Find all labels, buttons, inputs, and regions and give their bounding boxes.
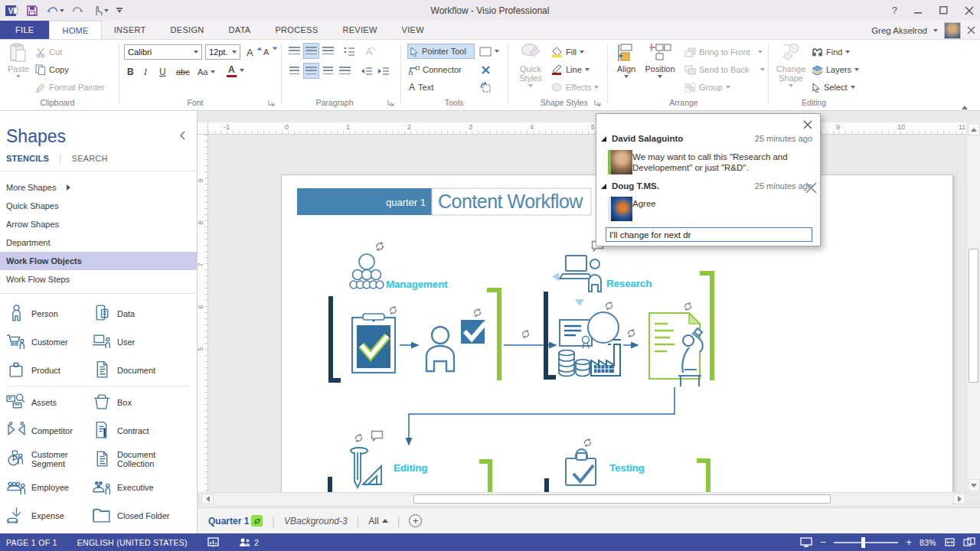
tab-search[interactable]: SEARCH xyxy=(72,154,108,163)
tab-data[interactable]: DATA xyxy=(217,21,263,39)
collapse-ribbon-button[interactable] xyxy=(962,96,968,106)
rotate-tool-icon[interactable] xyxy=(478,80,493,95)
align-right-button[interactable] xyxy=(320,63,336,79)
diagram-title[interactable]: Content Workflow xyxy=(438,191,583,212)
delete-comment-icon[interactable] xyxy=(805,181,818,196)
stencil-expense[interactable]: Expense xyxy=(3,501,89,530)
management-shape[interactable] xyxy=(350,254,384,289)
editing-tools-shape[interactable] xyxy=(351,448,381,487)
scroll-up-button[interactable] xyxy=(968,123,980,135)
zoom-level[interactable]: 83% xyxy=(920,538,936,547)
decrease-indent-button[interactable] xyxy=(358,63,374,79)
italic-button[interactable]: I xyxy=(142,64,149,80)
zoom-slider-thumb[interactable] xyxy=(861,537,865,548)
banner-quarter-label[interactable]: quarter 1 xyxy=(386,197,426,208)
add-page-button[interactable]: + xyxy=(409,514,422,527)
stencil-person[interactable]: Person xyxy=(3,299,89,328)
collapse-triangle-icon[interactable] xyxy=(601,136,606,142)
vertical-scrollbar[interactable] xyxy=(966,122,980,492)
user-name[interactable]: Greg Akselrod xyxy=(871,26,927,35)
stencil-document[interactable]: Document xyxy=(89,356,175,384)
tab-review[interactable]: REVIEW xyxy=(330,21,389,39)
page-tab-quarter1[interactable]: Quarter 1 xyxy=(208,515,263,527)
stencil-nav-work-flow-steps[interactable]: Work Flow Steps xyxy=(0,270,197,289)
approval-clipboard-shape[interactable] xyxy=(352,314,395,373)
tab-view[interactable]: VIEW xyxy=(390,21,436,39)
text-tool-button[interactable]: AText xyxy=(407,80,435,95)
stencil-nav-more-shapes[interactable]: More Shapes xyxy=(0,178,197,197)
collapse-triangle-icon[interactable] xyxy=(601,184,606,189)
grow-font-button[interactable]: A xyxy=(245,44,264,60)
bracket-right[interactable] xyxy=(479,461,490,492)
group-button[interactable]: Group xyxy=(683,80,732,95)
zoom-slider[interactable] xyxy=(834,542,898,543)
pointer-tool-button[interactable]: Pointer Tool xyxy=(407,44,475,59)
line-button[interactable]: Line xyxy=(550,62,591,77)
tab-process[interactable]: PROCESS xyxy=(263,21,330,39)
factory-shape[interactable] xyxy=(591,340,621,376)
layers-button[interactable]: Layers xyxy=(810,62,861,77)
paragraph-dialog-launcher[interactable] xyxy=(387,99,395,107)
presentation-icon[interactable] xyxy=(207,537,219,548)
coauthors-indicator[interactable]: 2 xyxy=(239,537,259,547)
approved-checkbox-shape[interactable] xyxy=(461,320,485,344)
bracket-left[interactable] xyxy=(331,296,341,380)
stencil-competitor[interactable]: Competitor xyxy=(3,416,89,445)
tab-stencils[interactable]: STENCILS xyxy=(6,154,49,163)
change-shape-button[interactable]: Change Shape xyxy=(773,43,808,87)
stencil-product[interactable]: Product xyxy=(3,356,89,384)
stencil-document-collection[interactable]: Document Collection xyxy=(89,445,175,473)
bracket-right[interactable] xyxy=(697,461,708,492)
close-comments-icon[interactable] xyxy=(803,120,812,129)
stencil-user[interactable]: User xyxy=(89,328,175,356)
stencil-customer-segment[interactable]: Customer Segment xyxy=(3,445,89,473)
stencil-customer[interactable]: Customer xyxy=(3,328,89,356)
language-indicator[interactable]: ENGLISH (UNITED STATES) xyxy=(77,538,188,547)
stencil-assets[interactable]: Assets xyxy=(3,388,89,416)
stencil-nav-work-flow-objects[interactable]: Work Flow Objects xyxy=(0,252,197,270)
editing-label[interactable]: Editing xyxy=(394,462,427,474)
paste-button[interactable]: Paste xyxy=(5,43,32,78)
align-left-button[interactable] xyxy=(286,63,302,79)
page-background[interactable]: quarter 1 Content Workflow Management xyxy=(208,135,966,492)
vertical-scroll-thumb[interactable] xyxy=(969,249,978,383)
stencil-closed-folder[interactable]: Closed Folder xyxy=(89,501,175,530)
tab-design[interactable]: DESIGN xyxy=(158,21,217,39)
scroll-left-button[interactable] xyxy=(201,494,214,504)
horizontal-scroll-thumb[interactable] xyxy=(413,494,831,504)
switch-windows-icon[interactable] xyxy=(963,537,975,547)
testing-bag-shape[interactable] xyxy=(566,449,596,485)
research-label[interactable]: Research xyxy=(606,278,652,289)
fit-page-icon[interactable] xyxy=(944,537,956,547)
drawing-canvas[interactable]: -101234567891011 98765 quarter 1 Content… xyxy=(198,111,980,507)
all-pages-dropdown[interactable]: All xyxy=(368,516,387,527)
justify-button[interactable] xyxy=(337,63,353,79)
cut-button[interactable]: Cut xyxy=(34,44,64,60)
align-center-button[interactable] xyxy=(303,63,319,79)
shrink-font-button[interactable]: A xyxy=(262,44,279,60)
find-button[interactable]: Find xyxy=(810,44,851,60)
font-color-button[interactable]: A xyxy=(225,63,246,78)
bracket-left[interactable] xyxy=(546,292,556,377)
minimize-icon[interactable] xyxy=(914,6,923,15)
fill-button[interactable]: Fill xyxy=(550,44,586,60)
shape-styles-dialog-launcher[interactable] xyxy=(594,99,602,107)
comment-reply-input[interactable] xyxy=(606,227,812,242)
select-button[interactable]: Select xyxy=(810,80,857,95)
coins-shape[interactable] xyxy=(559,350,590,377)
increase-indent-button[interactable] xyxy=(375,63,391,79)
stencil-nav-department[interactable]: Department xyxy=(0,233,197,252)
shape-dropdown[interactable] xyxy=(478,44,501,59)
send-to-back-button[interactable]: Send to Back xyxy=(683,62,766,77)
copy-button[interactable]: Copy xyxy=(34,62,70,77)
connector-tool-button[interactable]: Connector xyxy=(407,62,463,77)
change-case-button[interactable]: Aa xyxy=(196,64,217,80)
align-top-button[interactable] xyxy=(286,43,302,59)
person-shape[interactable] xyxy=(426,327,454,371)
stencil-nav-arrow-shapes[interactable]: Arrow Shapes xyxy=(0,215,197,233)
scroll-down-button[interactable] xyxy=(968,479,980,491)
zoom-in-button[interactable]: + xyxy=(906,536,912,548)
font-family-combo[interactable]: Calibri xyxy=(124,44,202,60)
display-icon[interactable] xyxy=(800,537,812,547)
align-middle-button[interactable] xyxy=(303,43,319,59)
